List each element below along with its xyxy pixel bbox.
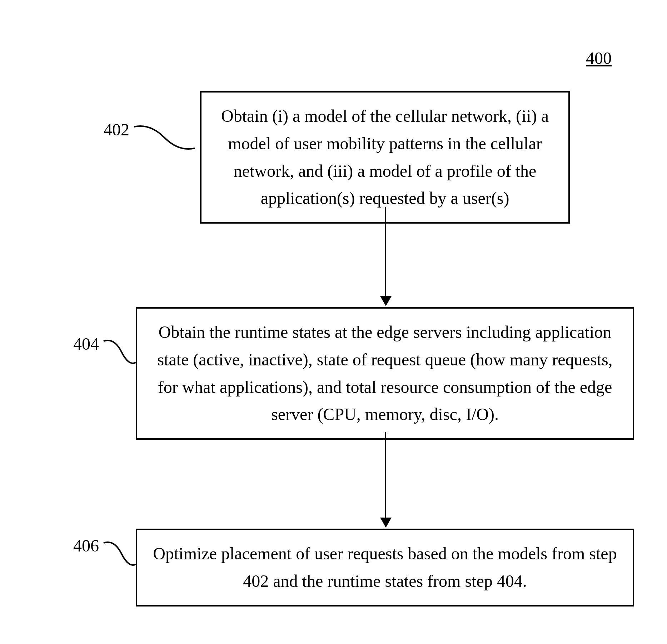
step-406-label-text: 406 [73,536,99,555]
arrow-head-icon [380,518,392,528]
arrow-line [385,207,386,305]
step-404-label: 404 [73,334,101,354]
step-406-label: 406 [73,536,101,555]
arrow-404-to-406 [385,432,386,527]
figure-number: 400 [586,48,612,68]
step-406-box: Optimize placement of user requests base… [136,529,634,606]
step-404-box: Obtain the runtime states at the edge se… [136,307,634,440]
arrow-402-to-404 [385,207,386,305]
arrow-line [385,432,386,527]
step-402-label-text: 402 [104,120,129,139]
step-402-box: Obtain (i) a model of the cellular netwo… [200,91,570,224]
step-402-text: Obtain (i) a model of the cellular netwo… [221,106,549,208]
connector-curve-icon [102,536,138,571]
connector-curve-icon [102,334,138,370]
arrow-head-icon [380,296,392,306]
step-406-text: Optimize placement of user requests base… [153,544,617,590]
step-404-text: Obtain the runtime states at the edge se… [157,323,612,424]
step-402-label: 402 [104,120,131,139]
connector-curve-icon [132,120,196,155]
step-404-label-text: 404 [73,334,99,354]
